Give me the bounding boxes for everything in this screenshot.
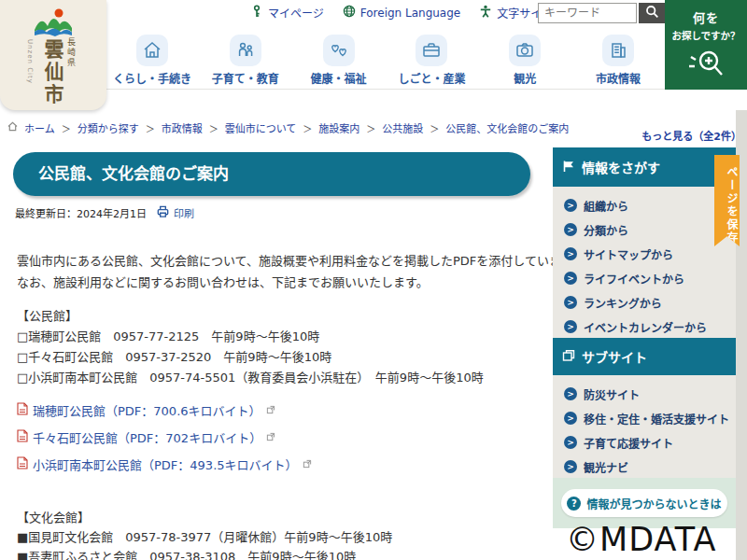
kominkan-chijiwa: □千々石町公民館 0957-37-2520 午前9時～午後10時 <box>17 347 545 368</box>
breadcrumb-shisetsu[interactable]: 施設案内 <box>318 120 359 135</box>
pdf-link-mizuho[interactable]: 瑞穂町公民館（PDF：700.6キロバイト） <box>17 401 545 419</box>
promo-line2: お探しですか？ <box>665 28 747 42</box>
mypage-label: マイページ <box>268 5 324 21</box>
sidebar-item-label: ランキングから <box>584 295 662 311</box>
sidebar-item-bosai[interactable]: >防災サイト <box>553 382 736 406</box>
external-link-icon <box>303 457 312 471</box>
logo-city-name: 雲仙市 <box>38 39 66 106</box>
chevron-right-icon: > <box>564 320 577 333</box>
subsite-icon <box>562 349 575 365</box>
mdata-watermark: ©MDATA <box>566 521 716 558</box>
pdf-link-chijiwa[interactable]: 千々石町公民館（PDF：702キロバイト） <box>17 428 545 446</box>
site-header: マイページ Foreign Language 文字サイズ・背景色 くらし・手続き… <box>0 0 747 90</box>
printer-icon <box>156 204 170 221</box>
print-link[interactable]: 印刷 <box>156 204 194 221</box>
print-label: 印刷 <box>174 205 194 220</box>
bunkakaikan-heading: 【文化会館】 <box>17 508 545 527</box>
nav-item-shigoto[interactable]: しごと・産業 <box>385 26 478 89</box>
subsite-list: >防災サイト >移住・定住・婚活支援サイト >子育て応援サイト >観光ナビ <box>553 375 736 478</box>
see-more-link[interactable]: もっと見る（全2件） <box>553 128 741 143</box>
external-link-icon <box>266 430 275 444</box>
breadcrumb-separator: ＞ <box>430 121 439 135</box>
home-icon <box>7 121 18 134</box>
pdf-link-label: 小浜町南本町公民館（PDF：493.5キロバイト） <box>33 455 298 473</box>
save-page-ribbon[interactable]: ページを保存 <box>714 155 740 246</box>
nav-item-kanko[interactable]: 観光 <box>478 26 571 89</box>
house-icon <box>136 35 168 66</box>
building-icon <box>602 35 634 66</box>
sidebar-section-title: サブサイト <box>582 347 647 366</box>
bunkakaikan-section: 【文化会館】 ■国見町文化会館 0957-78-3977（月曜休館）午前9時～午… <box>17 508 545 560</box>
mypage-link[interactable]: マイページ <box>250 5 324 21</box>
sidebar-item-kanko-navi[interactable]: >観光ナビ <box>553 455 736 479</box>
bunkakaikan-kunimi: ■国見町文化会館 0957-78-3977（月曜休館）午前9時～午後10時 <box>17 527 545 547</box>
breadcrumb-about[interactable]: 雲仙市について <box>225 120 297 135</box>
pdf-icon <box>17 456 28 472</box>
breadcrumb-shisei[interactable]: 市政情報 <box>162 120 203 135</box>
sidebar-item-kosodate-ouen[interactable]: >子育て応援サイト <box>553 430 736 455</box>
external-link-icon <box>266 403 275 417</box>
sidebar-item-label: 防災サイト <box>584 386 640 402</box>
nav-item-kenko[interactable]: 健康・福祉 <box>292 26 386 89</box>
chevron-right-icon: > <box>564 272 577 285</box>
breadcrumb-separator: ＞ <box>303 121 312 135</box>
sidebar-item-iju[interactable]: >移住・定住・婚活支援サイト <box>553 406 736 430</box>
breadcrumb-separator: ＞ <box>209 121 218 135</box>
kominkan-heading: 【公民館】 <box>17 306 545 327</box>
intro-line-2: なお、施設利用などに関するお問い合わせは、下記までお願いいたします。 <box>17 272 545 293</box>
breadcrumb-kokyo[interactable]: 公共施設 <box>382 120 423 135</box>
search-icon <box>645 5 659 21</box>
sidebar-item-sitemap[interactable]: >サイトマップから <box>553 242 736 266</box>
sidebar-item-label: 移住・定住・婚活支援サイト <box>584 411 729 427</box>
logo-english-name: Unzen City <box>26 39 34 84</box>
nav-label-kenko: 健康・福祉 <box>311 70 367 86</box>
chevron-right-icon: > <box>564 199 577 212</box>
foreign-language-label: Foreign Language <box>360 7 460 20</box>
nav-item-shisei[interactable]: 市政情報 <box>571 26 665 89</box>
chevron-right-icon: > <box>564 412 577 425</box>
nav-item-kurashi[interactable]: くらし・手続き <box>106 26 199 89</box>
chevron-right-icon: > <box>564 223 577 236</box>
intro-line-1: 雲仙市内にある公民館、文化会館について、施設概要や利用料金などを掲載したPDFを… <box>17 250 545 272</box>
sidebar-item-lifeevent[interactable]: >ライフイベントから <box>553 266 736 290</box>
nav-label-kurashi: くらし・手続き <box>113 70 191 86</box>
bunkakaikan-azuma: ■吾妻町ふるさと会館 0957-38-3108 午前9時～午後10時 <box>17 547 545 560</box>
key-icon <box>250 5 263 21</box>
logo-prefecture: 長崎県 <box>65 37 78 68</box>
sidebar-item-bunrui[interactable]: >分類から <box>553 217 736 242</box>
pdf-link-obama[interactable]: 小浜町南本町公民館（PDF：493.5キロバイト） <box>17 455 545 473</box>
main-nav: くらし・手続き 子育て・教育 健康・福祉 しごと・産業 観光 市政情報 <box>106 26 665 89</box>
info-not-found-button[interactable]: ? 情報が見つからないときは <box>561 489 727 517</box>
sidebar-item-soshiki[interactable]: >組織から <box>553 193 736 217</box>
breadcrumb-home[interactable]: ホーム <box>24 120 55 135</box>
sidebar-item-label: 観光ナビ <box>584 459 628 475</box>
nav-label-shigoto: しごと・産業 <box>398 70 465 86</box>
sidebar-item-eventcalendar[interactable]: >イベントカレンダーから <box>553 315 736 339</box>
chevron-right-icon: > <box>564 247 577 260</box>
foreign-language-link[interactable]: Foreign Language <box>343 5 460 21</box>
search-plus-icon <box>665 48 747 83</box>
breadcrumb-separator: ＞ <box>146 121 155 135</box>
nav-label-kanko: 観光 <box>514 70 536 86</box>
what-are-you-looking-for-button[interactable]: 何を お探しですか？ <box>665 0 747 90</box>
nav-item-kosodate[interactable]: 子育て・教育 <box>199 26 292 89</box>
nav-label-shisei: 市政情報 <box>596 70 641 86</box>
page-title: 公民館、文化会館のご案内 <box>13 152 530 196</box>
pdf-icon <box>17 429 28 445</box>
globe-icon <box>343 5 356 21</box>
site-logo[interactable]: 長崎県 雲仙市 Unzen City <box>0 0 106 110</box>
pdf-icon <box>17 402 28 418</box>
updated-row: 最終更新日：2024年2月1日 印刷 <box>15 204 194 221</box>
chevron-right-icon: > <box>564 296 577 309</box>
question-icon: ? <box>567 497 581 511</box>
sidebar-item-ranking[interactable]: >ランキングから <box>553 290 736 315</box>
search-button[interactable] <box>639 3 665 23</box>
breadcrumb-separator: ＞ <box>366 121 375 135</box>
breadcrumb-bunrui[interactable]: 分類から探す <box>78 120 139 135</box>
sidebar-item-label: 子育て応援サイト <box>584 435 673 451</box>
flag-icon <box>562 160 575 175</box>
sidebar-item-label: 分類から <box>584 222 628 238</box>
search-input[interactable] <box>538 3 637 23</box>
last-updated-date: 最終更新日：2024年2月1日 <box>15 205 147 220</box>
sidebar-item-label: イベントカレンダーから <box>584 319 707 335</box>
